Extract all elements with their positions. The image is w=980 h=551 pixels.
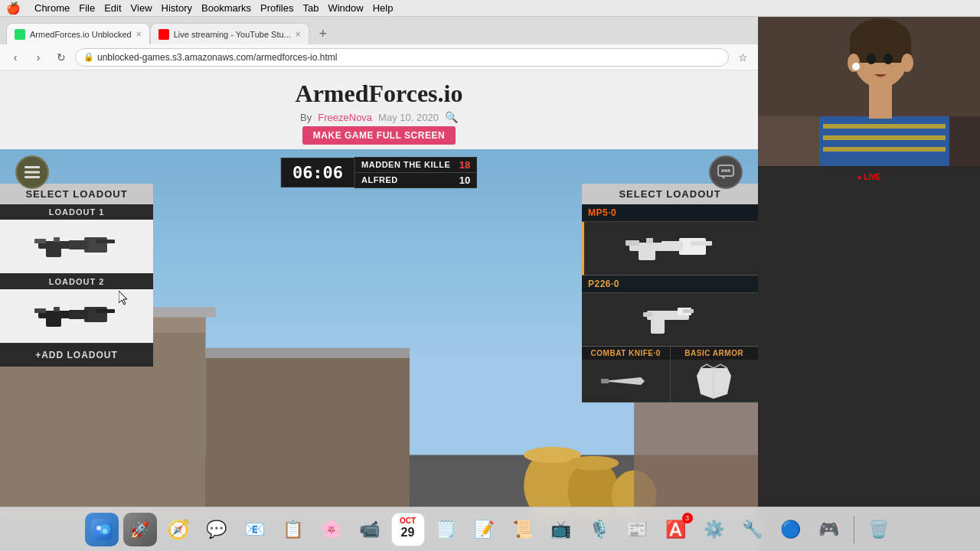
mail-icon: 📧 (244, 520, 265, 540)
dock-messages[interactable]: 💬 (200, 513, 234, 546)
right-weapon-name-1: MP5·0 (582, 204, 758, 222)
game-timer: 06:06 (281, 158, 354, 187)
score-row-2: ALFRED 10 (355, 173, 476, 187)
weapon-image-mp5[interactable] (582, 222, 758, 276)
tab-youtube[interactable]: Live streaming - YouTube Stu... × (150, 23, 309, 44)
tab-close-armedforces[interactable]: × (136, 29, 142, 40)
menu-button[interactable] (15, 155, 49, 189)
url-text: unblocked-games.s3.amazonaws.com/armedfo… (97, 52, 337, 63)
svg-rect-39 (96, 309, 115, 313)
dock-chrome[interactable]: 🔵 (774, 513, 808, 546)
score-val-2: 10 (459, 174, 470, 186)
svg-point-66 (852, 63, 860, 70)
weapon-image-p226[interactable] (582, 293, 758, 347)
combat-knife-image (582, 360, 670, 402)
loadout-2-image (0, 289, 153, 343)
svg-rect-38 (54, 307, 60, 311)
dock-safari[interactable]: 🧭 (162, 513, 195, 546)
dock-facetime[interactable]: 📹 (353, 513, 387, 546)
loadout-item-2[interactable]: LOADOUT 2 (0, 274, 153, 344)
system-prefs-icon: ⚙️ (704, 520, 724, 540)
menu-chrome[interactable]: Chrome (34, 2, 70, 14)
gun-1-icon (31, 230, 122, 264)
score-row-1: MADDEN THE KILLE 18 (355, 158, 476, 173)
back-button[interactable]: ‹ (6, 48, 24, 67)
svg-rect-43 (626, 240, 639, 246)
tab-armedforces[interactable]: ArmedForces.io Unblocked × (6, 23, 150, 44)
game-container[interactable]: 06:06 MADDEN THE KILLE 18 ALFRED 10 (0, 149, 758, 551)
browser-content: ArmedForces.io By FreezeNova May 10, 202… (0, 70, 758, 551)
address-bar[interactable]: 🔒 unblocked-games.s3.amazonaws.com/armed… (75, 48, 729, 67)
dock-notes[interactable]: 📝 (468, 513, 501, 546)
dock-trash[interactable]: 🗑️ (862, 513, 896, 546)
dock-discord[interactable]: 🎮 (812, 513, 846, 546)
dock-calendar[interactable]: OCT 29 (391, 513, 425, 546)
menu-bookmarks[interactable]: Bookmarks (201, 2, 251, 14)
dock-podcasts[interactable]: 🎙️ (583, 513, 616, 546)
bookmark-icon[interactable]: ☆ (733, 48, 752, 67)
mac-dock: 🚀 🧭 💬 📧 📋 🌸 📹 OCT 29 🗒️ 📝 📜 📺 🎙️ 📰 🅰️ (0, 507, 980, 551)
dock-launchpad[interactable]: 🚀 (123, 513, 157, 546)
menu-tab[interactable]: Tab (302, 2, 318, 14)
apple-tv-icon: 📺 (550, 520, 571, 540)
svg-rect-20 (24, 166, 40, 168)
dock-apple-tv[interactable]: 📺 (544, 513, 578, 546)
page-header: ArmedForces.io By FreezeNova May 10, 202… (0, 70, 758, 149)
svg-rect-63 (869, 84, 892, 119)
weapon-name-mp5: MP5·0 (588, 207, 616, 218)
reload-button[interactable]: ↻ (52, 48, 70, 67)
svg-point-26 (727, 169, 730, 172)
search-icon[interactable]: 🔍 (445, 111, 458, 123)
chat-button[interactable] (709, 155, 743, 189)
safari-icon: 🧭 (167, 519, 190, 540)
svg-rect-37 (46, 316, 61, 327)
menu-history[interactable]: History (162, 2, 192, 14)
chat-icon (717, 165, 734, 180)
menu-file[interactable]: File (79, 2, 95, 14)
dock-divider (854, 516, 854, 543)
svg-rect-9 (205, 348, 409, 358)
dock-reminders[interactable]: 📋 (276, 513, 310, 546)
menu-edit[interactable]: Edit (104, 2, 121, 14)
launchpad-icon: 🚀 (130, 520, 149, 539)
svg-rect-59 (819, 116, 949, 166)
apple-menu[interactable]: 🍎 (6, 2, 21, 15)
dock-news[interactable]: 📰 (621, 513, 655, 546)
menu-profiles[interactable]: Profiles (260, 2, 293, 14)
dock-system-prefs[interactable]: ⚙️ (697, 513, 731, 546)
svg-rect-62 (823, 147, 946, 152)
tab-label-armedforces: ArmedForces.io Unblocked (30, 30, 132, 39)
menu-view[interactable]: View (131, 2, 152, 14)
webcam-overlay: ● LIVE (758, 17, 980, 551)
add-loadout-button[interactable]: +ADD LOADOUT (0, 344, 153, 367)
armor-icon (693, 362, 735, 400)
svg-rect-69 (758, 116, 819, 166)
loadout-left-panel: SELECT LOADOUT LOADOUT 1 (0, 184, 153, 367)
dock-script-editor[interactable]: 📜 (506, 513, 540, 546)
dock-stickies[interactable]: 🗒️ (430, 513, 463, 546)
menu-help[interactable]: Help (373, 2, 394, 14)
svg-rect-46 (691, 241, 712, 246)
dock-app-store[interactable]: 🅰️ 3 (659, 513, 693, 546)
svg-rect-21 (24, 171, 40, 174)
basic-armor-image (671, 360, 759, 402)
svg-rect-8 (205, 354, 409, 517)
dock-photos[interactable]: 🌸 (315, 513, 348, 546)
loadout-right-panel: SELECT LOADOUT MP5·0 (582, 184, 758, 403)
basic-armor-item[interactable]: BASIC ARMOR (671, 347, 759, 403)
dock-mail[interactable]: 📧 (238, 513, 272, 546)
fullscreen-button[interactable]: MAKE GAME FULL SCREEN (302, 126, 456, 145)
dock-finder[interactable] (85, 513, 119, 546)
script-editor-icon: 📜 (512, 520, 533, 540)
svg-rect-44 (639, 249, 655, 260)
combat-knife-item[interactable]: COMBAT KNIFE·0 (582, 347, 671, 403)
meta-date: May 10, 2020 (378, 112, 439, 123)
dock-dev-tools[interactable]: 🔧 (736, 513, 769, 546)
forward-button[interactable]: › (29, 48, 47, 67)
new-tab-button[interactable]: + (312, 23, 334, 44)
loadout-item-1[interactable]: LOADOUT 1 (0, 204, 153, 274)
mp5-icon (622, 227, 721, 269)
notes-icon: 📝 (474, 520, 495, 540)
menu-window[interactable]: Window (328, 2, 363, 14)
tab-close-youtube[interactable]: × (296, 29, 301, 40)
